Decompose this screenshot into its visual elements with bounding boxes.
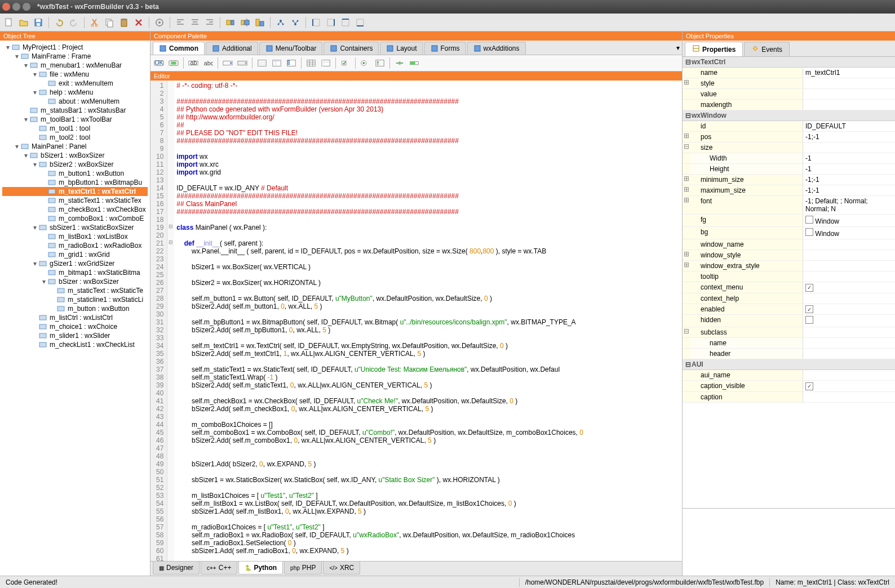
prop-row[interactable]: ⊟size — [683, 142, 895, 153]
tree-node[interactable]: m_comboBox1 : wxComboE — [2, 214, 148, 223]
prop-value[interactable] — [803, 271, 895, 282]
expand-icon[interactable]: ▾ — [14, 52, 20, 60]
tree-node[interactable]: m_button : wxButton — [2, 304, 148, 313]
prop-row[interactable]: tooltip — [683, 271, 895, 282]
prop-row[interactable]: enabled✓ — [683, 304, 895, 315]
align-left-icon[interactable] — [174, 16, 187, 29]
prop-row[interactable]: ⊞pos-1;-1 — [683, 132, 895, 142]
expand-icon[interactable]: ▾ — [23, 152, 29, 159]
new-file-icon[interactable] — [2, 16, 16, 29]
tree-node[interactable]: ▾gSizer1 : wxGridSizer — [2, 259, 148, 268]
tree-node[interactable]: ▾MainFrame : Frame — [2, 52, 148, 61]
checkbox-icon[interactable]: ✓ — [805, 284, 813, 292]
prop-row[interactable]: context_help — [683, 293, 895, 304]
expand-icon[interactable] — [224, 16, 237, 29]
tree-node[interactable]: about : wxMenuItem — [2, 97, 148, 106]
prop-row[interactable]: value — [683, 89, 895, 100]
checkbox-icon[interactable] — [805, 216, 813, 224]
prop-row[interactable]: Width-1 — [683, 153, 895, 164]
editor-tab-python[interactable]: 🐍Python — [238, 562, 283, 574]
expand-icon[interactable]: ▾ — [23, 115, 29, 123]
prop-row[interactable]: ⊟subclass — [683, 327, 895, 338]
expand-icon[interactable]: ▾ — [32, 161, 38, 168]
prop-value[interactable]: ID_DEFAULT — [803, 121, 895, 131]
tree-node[interactable]: m_tool1 : tool — [2, 124, 148, 133]
expand-icon[interactable]: ⊞ — [683, 78, 690, 88]
copy-icon[interactable] — [103, 16, 116, 29]
prop-row[interactable]: ⊞minimum_size-1;-1 — [683, 175, 895, 185]
border-left-icon[interactable] — [309, 16, 323, 29]
radiobutton-palette-icon[interactable] — [359, 57, 371, 69]
tree-node[interactable]: m_staticText1 : wxStaticTex — [2, 196, 148, 205]
expand-icon[interactable]: ▾ — [32, 88, 38, 96]
prop-row[interactable]: hidden — [683, 315, 895, 327]
expand-icon[interactable]: ▾ — [14, 142, 20, 150]
prop-row[interactable]: window_name — [683, 239, 895, 250]
bitmap-button-palette-icon[interactable] — [167, 57, 180, 69]
expand-icon[interactable]: ⊟ — [685, 360, 692, 368]
tree-node[interactable]: m_statusBar1 : wxStatusBar — [2, 106, 148, 115]
expand-icon[interactable]: ⊞ — [683, 132, 690, 142]
prop-row[interactable]: Height-1 — [683, 164, 895, 175]
window-minimize-icon[interactable] — [12, 3, 20, 11]
prop-value[interactable] — [803, 327, 895, 337]
editor-tab-php[interactable]: phpPHP — [284, 562, 322, 574]
tree-node[interactable]: ▾bSizer1 : wxBoxSizer — [2, 151, 148, 160]
tree-node[interactable]: m_listBox1 : wxListBox — [2, 232, 148, 241]
prop-value[interactable] — [803, 239, 895, 250]
tree-node[interactable]: ▾file : wxMenu — [2, 70, 148, 79]
data-view-palette-icon[interactable] — [320, 57, 332, 69]
prop-value[interactable]: -1;-1 — [803, 185, 895, 195]
prop-row[interactable]: ⊞window_style — [683, 250, 895, 261]
cut-icon[interactable] — [88, 16, 101, 29]
expand-icon[interactable]: ▾ — [41, 278, 47, 286]
prop-row[interactable]: maxlength — [683, 100, 895, 110]
palette-tab-menu-toolbar[interactable]: Menu/Toolbar — [259, 42, 323, 55]
expand-icon[interactable]: ▾ — [32, 224, 38, 231]
align-center-icon[interactable] — [188, 16, 202, 29]
window-close-icon[interactable] — [2, 3, 10, 11]
prop-category[interactable]: ⊟wxTextCtrl — [683, 57, 895, 68]
prop-row[interactable]: ⊞font-1; Default; ; Normal; Normal; N — [683, 196, 895, 215]
tree-node[interactable]: ▾MainPanel : Panel — [2, 142, 148, 151]
open-file-icon[interactable] — [17, 16, 30, 29]
proportion-icon[interactable] — [253, 16, 267, 29]
prop-value[interactable] — [803, 349, 895, 359]
tree-node[interactable]: ▾bSizer : wxBoxSizer — [2, 277, 148, 286]
prop-category[interactable]: ⊟wxWindow — [683, 110, 895, 121]
prop-row[interactable]: namem_textCtrl1 — [683, 68, 895, 78]
tree-node[interactable]: m_staticText : wxStaticTe — [2, 286, 148, 295]
prop-value[interactable] — [803, 338, 895, 348]
checklist-palette-icon[interactable] — [285, 57, 298, 69]
move-down-icon[interactable] — [289, 16, 302, 29]
redo-icon[interactable] — [67, 16, 81, 29]
prop-row[interactable]: bg Window — [683, 227, 895, 239]
tree-node[interactable]: m_staticline1 : wxStaticLi — [2, 295, 148, 304]
undo-icon[interactable] — [52, 16, 66, 29]
palette-tab-layout[interactable]: Layout — [380, 42, 423, 55]
prop-category[interactable]: ⊟AUI — [683, 359, 895, 370]
prop-value[interactable] — [803, 315, 895, 327]
prop-value[interactable] — [803, 78, 895, 88]
palette-tab-containers[interactable]: Containers — [324, 42, 379, 55]
palette-tab-forms[interactable]: Forms — [424, 42, 466, 55]
expand-icon[interactable]: ⊞ — [683, 196, 690, 214]
radiobox-palette-icon[interactable] — [374, 57, 386, 69]
generate-code-icon[interactable] — [153, 16, 166, 29]
tree-node[interactable]: m_tool2 : tool — [2, 133, 148, 142]
tree-node[interactable]: ▾m_toolBar1 : wxToolBar — [2, 115, 148, 124]
tree-node[interactable]: m_bitmap1 : wxStaticBitma — [2, 268, 148, 277]
expand-icon[interactable]: ▾ — [32, 260, 38, 268]
tree-node[interactable]: ▾m_menubar1 : wxMenuBar — [2, 61, 148, 70]
property-grid[interactable]: ⊟wxTextCtrlnamem_textCtrl1⊞stylevaluemax… — [683, 57, 895, 508]
prop-row[interactable]: caption_visible✓ — [683, 381, 895, 392]
palette-tab-additional[interactable]: Additional — [206, 42, 258, 55]
prop-value[interactable] — [803, 370, 895, 380]
expand-icon[interactable]: ⊟ — [683, 142, 690, 153]
tree-node[interactable]: m_checkList1 : wxCheckList — [2, 340, 148, 349]
expand-icon[interactable]: ⊞ — [683, 261, 690, 271]
prop-value[interactable] — [803, 100, 895, 110]
choice-palette-icon[interactable] — [236, 57, 249, 69]
combobox-palette-icon[interactable] — [221, 57, 234, 69]
prop-value[interactable]: -1;-1 — [803, 175, 895, 185]
